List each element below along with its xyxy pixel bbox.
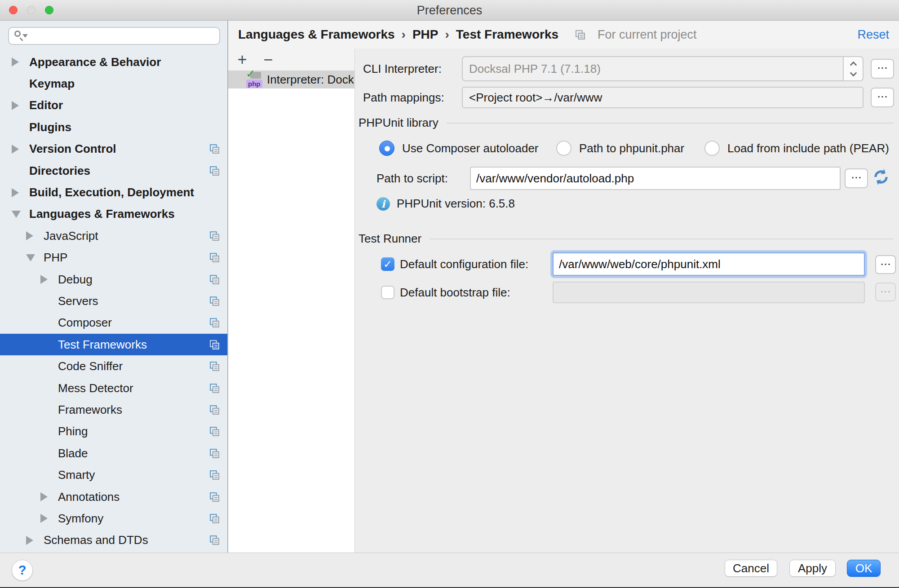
current-project-icon [209,513,220,524]
default-configuration-file-input[interactable] [553,252,865,276]
current-project-icon [209,296,220,307]
zoom-window-icon[interactable] [45,6,53,14]
reload-phpunit-version-icon[interactable] [872,168,890,186]
combobox-stepper-icon[interactable] [843,57,863,80]
path-to-script-browse-button[interactable]: ... [845,168,868,188]
sidebar-item-code-sniffer[interactable]: Code Sniffer [0,355,227,377]
cli-interpreter-browse-button[interactable]: ... [871,59,894,79]
sidebar-item-javascript[interactable]: JavaScript [0,225,227,247]
apply-button[interactable]: Apply [789,560,836,577]
expand-arrow-icon[interactable] [12,211,29,218]
php-interpreter-icon: ✓ php [246,71,262,88]
breadcrumb-part[interactable]: Languages & Frameworks [238,27,395,42]
current-project-icon [209,535,220,546]
minimize-window-icon [27,6,35,14]
remove-button[interactable]: − [261,52,275,68]
cli-interpreter-combobox[interactable]: Docksal PHP 7.1 (7.1.18) [462,56,864,81]
scope-label: For current project [598,28,697,42]
breadcrumb-part[interactable]: PHP [412,27,438,42]
path-to-script-input[interactable] [470,167,841,190]
add-button[interactable]: + [235,52,249,68]
expand-arrow-icon[interactable] [26,231,44,240]
sidebar-item-symfony[interactable]: Symfony [0,508,227,529]
sidebar-item-version-control[interactable]: Version Control [0,138,227,160]
sidebar-item-label: Code Sniffer [58,359,123,373]
breadcrumb-separator: › [402,27,406,42]
expand-arrow-icon[interactable] [26,536,44,545]
sidebar-item-composer[interactable]: Composer [0,312,227,334]
sidebar-item-mess-detector[interactable]: Mess Detector [0,377,227,399]
sidebar-item-debug[interactable]: Debug [0,269,227,290]
sidebar-item-annotations[interactable]: Annotations [0,486,227,508]
expand-arrow-icon[interactable] [12,188,29,197]
sidebar-item-label: Smarty [58,468,95,482]
expand-arrow-icon[interactable] [12,101,29,110]
help-button[interactable]: ? [12,560,33,581]
current-project-icon [209,448,220,459]
radio-icon[interactable] [556,141,571,156]
sidebar-item-appearance-behavior[interactable]: Appearance & Behavior [0,51,227,73]
radio-path-to-phpunit-phar[interactable]: Path to phpunit.phar [556,141,684,156]
interpreter-list-item[interactable]: ✓ php Interpreter: Dock [228,71,354,88]
sidebar-item-label: Build, Execution, Deployment [29,186,194,199]
cli-interpreter-label: CLI Interpreter: [363,62,442,75]
sidebar-item-build-execution-deployment[interactable]: Build, Execution, Deployment [0,181,227,203]
test-frameworks-panel: CLI Interpreter: Docksal PHP 7.1 (7.1.18… [355,49,899,553]
phpunit-library-section: PHPUnit library [359,116,894,130]
sidebar-item-blade[interactable]: Blade [0,442,227,464]
sidebar-item-label: Frameworks [58,403,122,417]
radio-use-composer-autoloader[interactable]: Use Composer autoloader [379,141,539,156]
cancel-button[interactable]: Cancel [725,560,777,577]
search-input[interactable] [31,30,219,42]
settings-search-box[interactable] [8,27,220,45]
breadcrumb-separator: › [445,27,449,42]
close-window-icon[interactable] [9,6,18,14]
sidebar-item-frameworks[interactable]: Frameworks [0,399,227,420]
expand-arrow-icon[interactable] [26,254,44,261]
traffic-lights [9,6,53,14]
expand-arrow-icon[interactable] [40,514,58,523]
sidebar-item-label: Version Control [29,142,116,156]
current-project-icon [209,469,220,481]
current-project-icon [209,426,220,437]
sidebar-item-plugins[interactable]: Plugins [0,116,227,138]
radio-load-from-include-path-pear[interactable]: Load from include path (PEAR) [704,141,889,156]
path-mappings-field[interactable]: <Project root>→/var/www [462,87,864,108]
expand-arrow-icon[interactable] [12,145,29,154]
sidebar-item-test-frameworks[interactable]: Test Frameworks [0,334,227,355]
test-runner-section-title: Test Runner [359,232,421,246]
info-icon: i [376,197,390,211]
radio-label: Path to phpunit.phar [579,141,684,155]
expand-arrow-icon[interactable] [40,275,58,284]
default-bootstrap-file-checkbox[interactable] [381,286,394,299]
sidebar-item-label: PHP [44,251,67,265]
expand-arrow-icon[interactable] [12,57,29,66]
sidebar-item-label: Keymap [29,77,75,91]
radio-icon[interactable] [379,141,394,156]
sidebar-item-languages-frameworks[interactable]: Languages & Frameworks [0,203,227,225]
current-project-icon [209,274,220,285]
sidebar-item-label: Directories [29,164,90,178]
reset-link[interactable]: Reset [857,28,889,42]
current-project-icon [209,361,220,372]
sidebar-item-editor[interactable]: Editor [0,95,227,116]
sidebar-item-servers[interactable]: Servers [0,290,227,312]
settings-tree: Appearance & Behavior Keymap Editor [0,51,227,551]
sidebar-item-directories[interactable]: Directories [0,160,227,181]
sidebar-item-label: Mess Detector [58,381,133,395]
radio-label: Use Composer autoloader [402,141,539,155]
sidebar-item-php[interactable]: PHP [0,247,227,269]
default-configuration-file-browse-button[interactable]: ... [875,255,896,274]
sidebar-item-keymap[interactable]: Keymap [0,73,227,94]
sidebar-item-smarty[interactable]: Smarty [0,464,227,486]
sidebar-item-schemas-and-dtds[interactable]: Schemas and DTDs [0,530,227,551]
path-mappings-browse-button[interactable]: ... [871,88,894,107]
interpreter-item-label: Interpreter: Dock [267,73,354,87]
expand-arrow-icon[interactable] [40,492,58,501]
ok-button[interactable]: OK [847,560,881,577]
sidebar-item-label: Annotations [58,490,120,504]
sidebar-item-phing[interactable]: Phing [0,421,227,442]
default-bootstrap-file-label: Default bootstrap file: [400,286,510,299]
default-configuration-file-checkbox[interactable] [381,257,394,271]
radio-icon[interactable] [704,141,720,156]
